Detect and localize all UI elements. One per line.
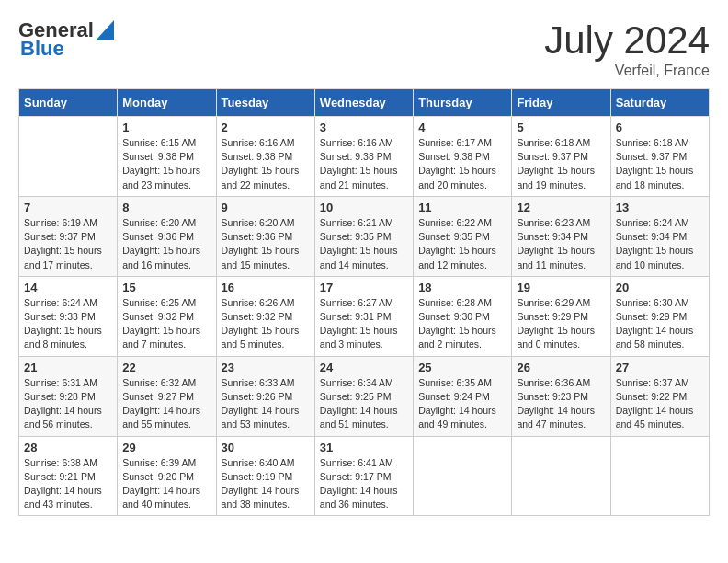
daylight-text: Daylight: 15 hours and 16 minutes. xyxy=(122,245,200,270)
daylight-text: Daylight: 14 hours and 56 minutes. xyxy=(24,405,102,430)
sunrise-text: Sunrise: 6:22 AM xyxy=(418,217,492,228)
sunrise-text: Sunrise: 6:41 AM xyxy=(320,457,393,468)
calendar-cell: 24Sunrise: 6:34 AMSunset: 9:25 PMDayligh… xyxy=(314,356,413,436)
column-header-friday: Friday xyxy=(512,89,610,117)
sunset-text: Sunset: 9:28 PM xyxy=(24,391,96,402)
cell-content: Sunrise: 6:40 AMSunset: 9:19 PMDaylight:… xyxy=(222,456,310,512)
daylight-text: Daylight: 15 hours and 21 minutes. xyxy=(320,165,398,190)
calendar-cell xyxy=(610,436,709,516)
daylight-text: Daylight: 15 hours and 5 minutes. xyxy=(222,325,300,350)
cell-content: Sunrise: 6:33 AMSunset: 9:26 PMDaylight:… xyxy=(222,376,310,432)
sunrise-text: Sunrise: 6:17 AM xyxy=(418,137,492,148)
sunrise-text: Sunrise: 6:18 AM xyxy=(517,137,590,148)
sunset-text: Sunset: 9:32 PM xyxy=(122,311,194,322)
cell-content: Sunrise: 6:18 AMSunset: 9:37 PMDaylight:… xyxy=(517,136,605,192)
daylight-text: Daylight: 14 hours and 53 minutes. xyxy=(222,405,300,430)
cell-content: Sunrise: 6:27 AMSunset: 9:31 PMDaylight:… xyxy=(320,296,408,352)
sunrise-text: Sunrise: 6:16 AM xyxy=(222,137,295,148)
day-number: 17 xyxy=(320,281,408,294)
column-header-wednesday: Wednesday xyxy=(314,89,413,117)
sunset-text: Sunset: 9:26 PM xyxy=(222,391,293,402)
sunrise-text: Sunrise: 6:18 AM xyxy=(616,137,689,148)
day-number: 2 xyxy=(222,121,310,134)
sunrise-text: Sunrise: 6:26 AM xyxy=(222,297,295,308)
sunset-text: Sunset: 9:37 PM xyxy=(616,151,688,162)
cell-content: Sunrise: 6:30 AMSunset: 9:29 PMDaylight:… xyxy=(616,296,704,352)
sunrise-text: Sunrise: 6:32 AM xyxy=(122,377,196,388)
cell-content: Sunrise: 6:35 AMSunset: 9:24 PMDaylight:… xyxy=(418,376,506,432)
calendar-header-row: SundayMondayTuesdayWednesdayThursdayFrid… xyxy=(19,89,710,117)
calendar-cell: 26Sunrise: 6:36 AMSunset: 9:23 PMDayligh… xyxy=(512,356,610,436)
cell-content: Sunrise: 6:28 AMSunset: 9:30 PMDaylight:… xyxy=(418,296,506,352)
cell-content: Sunrise: 6:38 AMSunset: 9:21 PMDaylight:… xyxy=(24,456,112,512)
cell-content: Sunrise: 6:29 AMSunset: 9:29 PMDaylight:… xyxy=(517,296,605,352)
daylight-text: Daylight: 15 hours and 22 minutes. xyxy=(222,165,300,190)
sunrise-text: Sunrise: 6:24 AM xyxy=(24,297,97,308)
cell-content: Sunrise: 6:24 AMSunset: 9:34 PMDaylight:… xyxy=(616,216,704,272)
cell-content: Sunrise: 6:41 AMSunset: 9:17 PMDaylight:… xyxy=(320,456,408,512)
cell-content: Sunrise: 6:17 AMSunset: 9:38 PMDaylight:… xyxy=(418,136,506,192)
sunrise-text: Sunrise: 6:21 AM xyxy=(320,217,393,228)
day-number: 29 xyxy=(122,441,210,454)
sunrise-text: Sunrise: 6:27 AM xyxy=(320,297,393,308)
day-number: 22 xyxy=(122,361,210,374)
calendar-cell: 11Sunrise: 6:22 AMSunset: 9:35 PMDayligh… xyxy=(414,196,512,276)
sunset-text: Sunset: 9:24 PM xyxy=(418,391,490,402)
sunset-text: Sunset: 9:37 PM xyxy=(24,231,96,242)
day-number: 11 xyxy=(418,201,506,214)
day-number: 27 xyxy=(616,361,704,374)
calendar-cell: 7Sunrise: 6:19 AMSunset: 9:37 PMDaylight… xyxy=(19,196,118,276)
calendar-cell: 29Sunrise: 6:39 AMSunset: 9:20 PMDayligh… xyxy=(118,436,216,516)
calendar-cell: 6Sunrise: 6:18 AMSunset: 9:37 PMDaylight… xyxy=(610,117,709,197)
daylight-text: Daylight: 15 hours and 19 minutes. xyxy=(517,165,595,190)
sunset-text: Sunset: 9:27 PM xyxy=(122,391,194,402)
sunset-text: Sunset: 9:36 PM xyxy=(122,231,194,242)
day-number: 21 xyxy=(24,361,112,374)
sunset-text: Sunset: 9:34 PM xyxy=(616,231,688,242)
cell-content: Sunrise: 6:16 AMSunset: 9:38 PMDaylight:… xyxy=(320,136,408,192)
day-number: 10 xyxy=(320,201,408,214)
sunrise-text: Sunrise: 6:30 AM xyxy=(616,297,689,308)
day-number: 15 xyxy=(122,281,210,294)
calendar-week-row: 28Sunrise: 6:38 AMSunset: 9:21 PMDayligh… xyxy=(19,436,710,516)
daylight-text: Daylight: 14 hours and 51 minutes. xyxy=(320,405,398,430)
cell-content: Sunrise: 6:37 AMSunset: 9:22 PMDaylight:… xyxy=(616,376,704,432)
page-header: General Blue July 2024 Verfeil, France xyxy=(18,18,710,79)
calendar-cell: 18Sunrise: 6:28 AMSunset: 9:30 PMDayligh… xyxy=(414,276,512,356)
title-section: July 2024 Verfeil, France xyxy=(544,18,710,79)
cell-content: Sunrise: 6:22 AMSunset: 9:35 PMDaylight:… xyxy=(418,216,506,272)
cell-content: Sunrise: 6:26 AMSunset: 9:32 PMDaylight:… xyxy=(222,296,310,352)
calendar-cell: 2Sunrise: 6:16 AMSunset: 9:38 PMDaylight… xyxy=(216,117,314,197)
cell-content: Sunrise: 6:20 AMSunset: 9:36 PMDaylight:… xyxy=(122,216,210,272)
sunrise-text: Sunrise: 6:29 AM xyxy=(517,297,590,308)
calendar-cell: 14Sunrise: 6:24 AMSunset: 9:33 PMDayligh… xyxy=(19,276,118,356)
column-header-tuesday: Tuesday xyxy=(216,89,314,117)
day-number: 9 xyxy=(222,201,310,214)
day-number: 3 xyxy=(320,121,408,134)
calendar-week-row: 1Sunrise: 6:15 AMSunset: 9:38 PMDaylight… xyxy=(19,117,710,197)
day-number: 25 xyxy=(418,361,506,374)
sunrise-text: Sunrise: 6:38 AM xyxy=(24,457,97,468)
daylight-text: Daylight: 15 hours and 10 minutes. xyxy=(616,245,694,270)
calendar-cell: 19Sunrise: 6:29 AMSunset: 9:29 PMDayligh… xyxy=(512,276,610,356)
sunrise-text: Sunrise: 6:15 AM xyxy=(122,137,196,148)
sunrise-text: Sunrise: 6:37 AM xyxy=(616,377,689,388)
day-number: 24 xyxy=(320,361,408,374)
calendar-cell: 17Sunrise: 6:27 AMSunset: 9:31 PMDayligh… xyxy=(314,276,413,356)
logo-blue-text: Blue xyxy=(20,37,64,61)
calendar-cell xyxy=(512,436,610,516)
sunset-text: Sunset: 9:25 PM xyxy=(320,391,392,402)
calendar-cell xyxy=(414,436,512,516)
sunrise-text: Sunrise: 6:33 AM xyxy=(222,377,295,388)
sunset-text: Sunset: 9:37 PM xyxy=(517,151,588,162)
calendar-week-row: 21Sunrise: 6:31 AMSunset: 9:28 PMDayligh… xyxy=(19,356,710,436)
cell-content: Sunrise: 6:25 AMSunset: 9:32 PMDaylight:… xyxy=(122,296,210,352)
daylight-text: Daylight: 14 hours and 40 minutes. xyxy=(122,485,200,510)
cell-content: Sunrise: 6:20 AMSunset: 9:36 PMDaylight:… xyxy=(222,216,310,272)
sunset-text: Sunset: 9:34 PM xyxy=(517,231,588,242)
sunset-text: Sunset: 9:17 PM xyxy=(320,471,392,482)
sunset-text: Sunset: 9:30 PM xyxy=(418,311,490,322)
daylight-text: Daylight: 15 hours and 15 minutes. xyxy=(222,245,300,270)
calendar-cell: 5Sunrise: 6:18 AMSunset: 9:37 PMDaylight… xyxy=(512,117,610,197)
calendar-cell: 8Sunrise: 6:20 AMSunset: 9:36 PMDaylight… xyxy=(118,196,216,276)
